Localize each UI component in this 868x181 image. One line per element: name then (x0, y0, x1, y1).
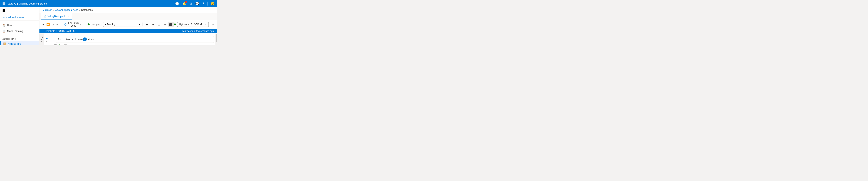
cell-execution-count: [1] (54, 44, 57, 45)
code-cell-1: ▶ ▾ 1 %pip install azure-ai-ml [1] ✓ (44, 35, 215, 45)
compute-value: - Running (105, 23, 115, 26)
cell-line-number: 1 (50, 36, 53, 39)
stop-button[interactable]: ⏹ (145, 22, 150, 27)
compute-status-dot (88, 24, 90, 26)
notification-badge: 3 (185, 1, 187, 3)
toolbar-sep-2 (85, 23, 85, 26)
sidebar-authoring-section: Authoring 📔 Notebooks 🔧 Automated ML (0, 35, 39, 45)
cell-output-time: 3 sec (62, 44, 67, 45)
toolbar: ≡ ⏩ □ ··· ⬡ Edit in VS Code ▾ Compute: -… (39, 20, 217, 29)
settings-icon[interactable]: ⚙ (189, 2, 192, 5)
app-title: Azure AI | Machine Learning Studio (7, 2, 47, 5)
authoring-label: Authoring (0, 37, 39, 41)
tab-close-button[interactable]: ✕ (66, 15, 70, 18)
cell-code-row: 1 %pip install azure-ai-ml (50, 36, 214, 43)
breadcrumb-sep-2: › (79, 9, 80, 11)
expand-sidebar-button[interactable]: » (83, 37, 87, 41)
cell-code-content[interactable]: %pip install azure-ai-ml (56, 36, 214, 43)
run-cell-button[interactable]: ▶ (46, 37, 48, 40)
cell-code: %pip install azure-ai-ml (58, 38, 95, 41)
breadcrumb-microsoft[interactable]: Microsoft (42, 9, 52, 11)
notebooks-icon: 📔 (3, 42, 6, 45)
breadcrumb-notebooks[interactable]: Notebooks (81, 9, 93, 11)
user-icon[interactable]: 😊 (211, 2, 215, 5)
breadcrumb-workspace[interactable]: amlworkspacemidesa (56, 9, 78, 11)
run-all-button[interactable]: ⏩ (46, 22, 50, 27)
feedback-icon[interactable]: 💬 (195, 2, 199, 5)
history-icon[interactable]: 🕐 (175, 2, 179, 5)
toolbar-right-buttons: ⏹ + ⊡ ⧉ ⬛ (145, 22, 174, 27)
edit-vs-chevron-icon: ▾ (80, 23, 82, 26)
compute-chevron-icon: ▾ (139, 23, 140, 26)
terminal-active-button[interactable]: ⬛ (168, 22, 174, 27)
breadcrumb: Microsoft › amlworkspacemidesa › Noteboo… (39, 7, 217, 13)
breadcrumb-sep-1: › (54, 9, 54, 11)
expand-view-button[interactable]: ⊡ (156, 22, 162, 27)
edit-vs-code-button[interactable]: ⬡ Edit in VS Code ▾ (62, 21, 84, 28)
sidebar-top: ☰ (0, 7, 39, 14)
kernel-dropdown[interactable]: Python 3.10 - SDK v2 ▾ (177, 22, 209, 27)
back-nav[interactable]: ← ← All workspaces (0, 14, 39, 21)
output-check-icon: ✓ (58, 43, 60, 45)
content-area: Microsoft › amlworkspacemidesa › Noteboo… (39, 7, 217, 45)
kernel-chevron-icon: ▾ (205, 23, 207, 26)
status-bar: · Kernel idle CPU 0% RAM 1% Last saved a… (39, 29, 217, 33)
compute-dropdown[interactable]: - Running ▾ (103, 22, 143, 27)
model-catalog-icon: 📋 (2, 29, 5, 33)
menu-icon[interactable]: ☰ (2, 9, 5, 12)
cell-container: ▶ ▾ 1 %pip install azure-ai-ml [1] ✓ (44, 33, 215, 45)
sidebar-item-home[interactable]: 🏠 Home (0, 22, 39, 28)
kernel-status-dot (174, 24, 176, 26)
sidebar-home-label: Home (7, 24, 14, 27)
edit-vs-label: Edit in VS Code (67, 22, 80, 27)
more-actions-button[interactable]: ··· (55, 22, 60, 27)
notebook-area: » Files ▶ ▾ 1 %pip in (39, 33, 217, 45)
add-cell-button[interactable]: + (150, 22, 156, 27)
tab-notebook[interactable]: 📄 *adlsg2test.ipynb ✕ (41, 13, 72, 20)
all-workspaces-label: ← All workspaces (5, 16, 24, 19)
notifications-icon[interactable]: 🔔 3 (182, 2, 186, 5)
cell-controls: ▶ ▾ (46, 36, 48, 43)
back-arrow-icon: ← (2, 16, 5, 19)
header-divider (207, 2, 208, 5)
scrollbar-track[interactable] (215, 33, 217, 45)
cell-expand-icon[interactable]: ▾ (46, 40, 48, 43)
vs-code-icon: ⬡ (64, 23, 66, 26)
sidebar-item-model-catalog[interactable]: 📋 Model catalog (0, 28, 39, 34)
compute-section: Compute: - Running ▾ (88, 22, 143, 27)
tabs-bar: 📄 *adlsg2test.ipynb ✕ (39, 13, 217, 20)
sidebar-model-catalog-label: Model catalog (7, 30, 23, 33)
files-panel-strip[interactable]: Files (39, 33, 44, 45)
header-bar: ☰ Azure AI | Machine Learning Studio 🕐 🔔… (0, 0, 217, 7)
kernel-value: Python 3.10 - SDK v2 (179, 23, 202, 26)
compute-label: Compute: (91, 23, 102, 26)
kernel-section: Python 3.10 - SDK v2 ▾ ☺ (174, 22, 215, 27)
copy-button[interactable]: ⧉ (162, 22, 168, 27)
sidebar-notebooks-label: Notebooks (8, 42, 21, 45)
hamburger-icon[interactable]: ☰ (2, 2, 5, 5)
kernel-options-button[interactable]: ☺ (210, 22, 215, 27)
cell-content-area: 1 %pip install azure-ai-ml [1] ✓ 3 sec R… (50, 36, 214, 45)
home-icon: 🏠 (2, 24, 5, 27)
tab-label: *adlsg2test.ipynb (48, 15, 65, 18)
sidebar: ☰ ← ← All workspaces 🏠 Home 📋 Model cata… (0, 7, 39, 45)
toc-button[interactable]: ≡ (41, 22, 45, 27)
sidebar-item-notebooks[interactable]: 📔 Notebooks (0, 41, 39, 45)
scrollbar-thumb[interactable] (216, 34, 217, 42)
help-icon[interactable]: ? (203, 2, 204, 5)
cell-output-row: [1] ✓ 3 sec (50, 43, 214, 45)
header-left: ☰ Azure AI | Machine Learning Studio (2, 2, 47, 5)
sidebar-section-main: 🏠 Home 📋 Model catalog (0, 21, 39, 35)
clear-output-button[interactable]: □ (51, 22, 55, 27)
files-label: Files (41, 36, 43, 42)
main-layout: ☰ ← ← All workspaces 🏠 Home 📋 Model cata… (0, 7, 217, 45)
save-status: Last saved a few seconds ago (182, 30, 214, 33)
kernel-idle-status: · Kernel idle CPU 0% RAM 1% (42, 30, 75, 33)
header-right: 🕐 🔔 3 ⚙ 💬 ? 😊 (175, 2, 215, 5)
tab-file-icon: 📄 (43, 15, 46, 18)
